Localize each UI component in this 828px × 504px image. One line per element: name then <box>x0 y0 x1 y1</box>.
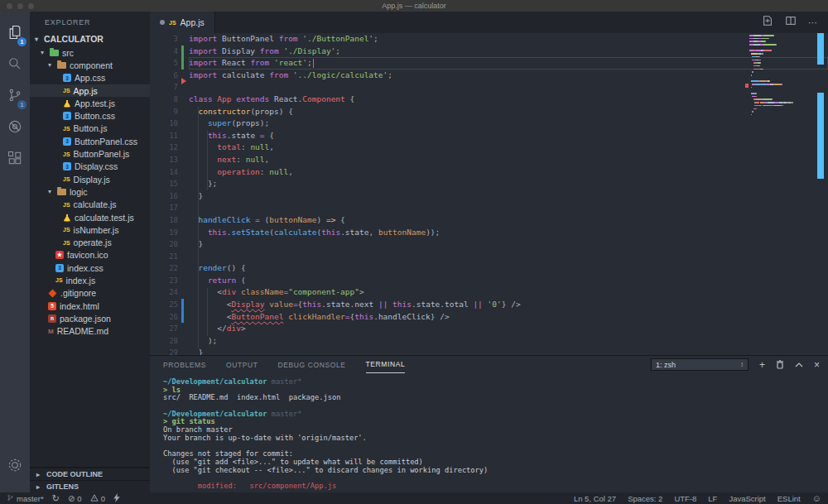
split-editor-icon[interactable] <box>785 15 797 30</box>
more-actions-icon[interactable]: ⋯ <box>808 17 818 28</box>
status-item-javascript[interactable]: JavaScript <box>729 494 765 503</box>
code-line: 8class App extends React.Component { <box>150 94 828 106</box>
activity-settings[interactable] <box>0 451 30 482</box>
terminal-output[interactable]: ~/Development/calculator master*> lssrc/… <box>150 373 828 492</box>
tree-item-buttonpanel-js[interactable]: JSButtonPanel.js <box>30 147 150 160</box>
status-branch[interactable]: master* <box>7 493 44 504</box>
debug-icon <box>7 118 23 138</box>
status-item-ln-5-col-27[interactable]: Ln 5, Col 27 <box>574 494 616 503</box>
minimap-line <box>749 35 796 36</box>
tree-root-calculator[interactable]: ▾ CALCULATOR <box>30 32 150 46</box>
code-line: 26 <ButtonPanel clickHandler={this.handl… <box>150 311 828 324</box>
css-file-icon: 3 <box>63 137 71 146</box>
minimap-line <box>749 38 796 40</box>
new-terminal-icon[interactable]: + <box>759 360 765 370</box>
section-gitlens[interactable]: ▸GITLENS <box>30 480 150 492</box>
gutter-decoration <box>178 81 189 94</box>
overview-ruler-modified[interactable] <box>817 93 824 179</box>
status-item-spaces-2[interactable]: Spaces: 2 <box>628 494 662 503</box>
tree-item-app-css[interactable]: 3App.css <box>30 72 150 84</box>
code-line: 3import ButtonPanel from './ButtonPanel'… <box>150 33 828 46</box>
tree-item-component[interactable]: ▾component <box>30 59 150 71</box>
open-changes-icon[interactable] <box>762 15 773 30</box>
tree-item-label: Button.js <box>74 123 108 133</box>
gutter-decoration <box>178 46 189 58</box>
code-text: super(props); <box>189 118 269 130</box>
tree-item-app-js[interactable]: JSApp.js <box>30 84 150 97</box>
tree-item-gitignore[interactable]: .gitignore <box>30 287 150 300</box>
tree-item-label: package.json <box>60 314 111 324</box>
panel-controls: 1: zsh ↕ + × <box>651 358 820 371</box>
tree-item-package-json[interactable]: npackage.json <box>30 312 150 324</box>
smiley-icon[interactable]: ☺ <box>812 493 821 503</box>
status-warnings[interactable]: 0 <box>90 494 105 503</box>
line-number: 26 <box>150 311 178 324</box>
code-text: } <box>189 347 203 355</box>
line-number: 12 <box>150 142 178 154</box>
kill-terminal-icon[interactable] <box>776 360 784 369</box>
tree-item-label: App.css <box>75 73 105 83</box>
status-item-utf-8[interactable]: UTF-8 <box>674 494 696 503</box>
tree-item-index-css[interactable]: 3index.css <box>30 262 150 274</box>
panel-tab-problems[interactable]: PROBLEMS <box>163 356 206 373</box>
terminal-line: (use "git checkout -- <file>..." to disc… <box>163 467 828 475</box>
panel-tab-debug-console[interactable]: DEBUG CONSOLE <box>278 356 346 373</box>
extensions-icon <box>7 150 23 170</box>
activity-search[interactable] <box>0 50 30 81</box>
maximize-panel-icon[interactable] <box>795 362 803 368</box>
search-icon <box>7 55 23 75</box>
tree-item-src[interactable]: ▾src <box>30 46 150 59</box>
branch-name: master* <box>17 494 44 503</box>
section-label: CODE OUTLINE <box>46 470 103 478</box>
line-number: 23 <box>150 275 178 287</box>
terminal-line: ~/Development/calculator master* <box>163 378 828 386</box>
tree-item-button-js[interactable]: JSButton.js <box>30 122 150 135</box>
sync-icon[interactable]: ↻ <box>52 493 60 504</box>
status-item-lf[interactable]: LF <box>708 494 717 503</box>
code-text: this.state = { <box>189 130 274 142</box>
terminal-shell-select[interactable]: 1: zsh ↕ <box>651 358 749 371</box>
tree-item-readme-md[interactable]: MREADME.md <box>30 325 150 338</box>
section-code-outline[interactable]: ▸CODE OUTLINE <box>30 468 150 480</box>
tab-appjs[interactable]: JS App.js <box>150 12 215 33</box>
code-editor[interactable]: 3import ButtonPanel from './ButtonPanel'… <box>150 33 828 355</box>
minimap[interactable] <box>749 35 796 118</box>
code-text: import ButtonPanel from './ButtonPanel'; <box>189 33 378 46</box>
status-errors[interactable]: ⊘ 0 <box>68 494 82 503</box>
activity-source-control[interactable]: 1 <box>0 81 30 113</box>
tree-item-label: App.js <box>74 86 98 96</box>
close-panel-icon[interactable]: × <box>814 360 820 370</box>
feedback-bolt-icon[interactable] <box>113 493 120 504</box>
tree-item-calculate-test-js[interactable]: calculate.test.js <box>30 211 150 223</box>
tree-item-operate-js[interactable]: JSoperate.js <box>30 236 150 248</box>
code-line: 18 handleClick = (buttonName) => { <box>150 214 828 227</box>
tree-item-app-test-js[interactable]: App.test.js <box>30 97 150 109</box>
gutter-decoration <box>178 166 189 179</box>
tree-item-buttonpanel-css[interactable]: 3ButtonPanel.css <box>30 135 150 147</box>
line-number: 5 <box>150 57 178 70</box>
tree-item-label: index.html <box>60 301 99 311</box>
tree-item-isnumber-js[interactable]: JSisNumber.js <box>30 223 150 236</box>
code-text: handleClick = (buttonName) => { <box>189 214 345 227</box>
panel-tab-output[interactable]: OUTPUT <box>226 356 258 373</box>
line-number: 27 <box>150 323 178 335</box>
tree-item-logic[interactable]: ▾logic <box>30 185 150 198</box>
code-line: 10 super(props); <box>150 118 828 130</box>
activity-explorer[interactable]: 1 <box>0 18 30 50</box>
code-line: 11 this.state = { <box>150 130 828 142</box>
tree-item-display-css[interactable]: 3Display.css <box>30 161 150 173</box>
activity-extensions[interactable] <box>0 144 30 175</box>
tree-item-calculate-js[interactable]: JScalculate.js <box>30 199 150 211</box>
overview-ruler-modified[interactable] <box>817 33 824 65</box>
tree-item-index-js[interactable]: JSindex.js <box>30 274 150 286</box>
activity-debug[interactable] <box>0 113 30 144</box>
panel-tab-terminal[interactable]: TERMINAL <box>366 356 406 373</box>
chevron-right-icon: ▸ <box>36 483 42 491</box>
tree-item-favicon-ico[interactable]: ★favicon.ico <box>30 249 150 262</box>
chevron-down-icon: ▾ <box>48 61 54 69</box>
tree-item-button-css[interactable]: 3Button.css <box>30 109 150 122</box>
status-item-eslint[interactable]: ESLint <box>777 494 801 503</box>
line-number: 24 <box>150 286 178 299</box>
tree-item-display-js[interactable]: JSDisplay.js <box>30 173 150 185</box>
tree-item-index-html[interactable]: 5index.html <box>30 300 150 312</box>
